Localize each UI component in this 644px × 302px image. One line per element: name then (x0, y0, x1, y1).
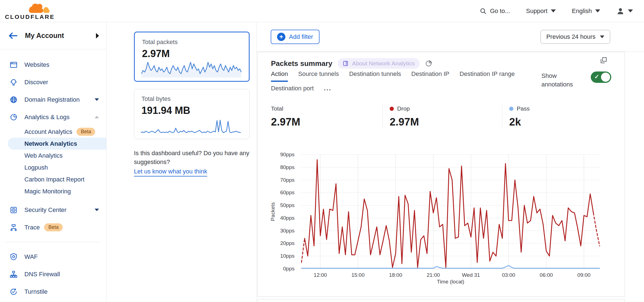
show-annotations-toggle[interactable]: ✓ (591, 71, 611, 83)
stat-label: Drop (390, 105, 502, 112)
tab-destination-port[interactable]: Destination port (271, 84, 314, 93)
back-arrow-icon[interactable] (8, 32, 18, 40)
tab-source-tunnels[interactable]: Source tunnels (298, 70, 339, 78)
card-value: 2.97M (142, 48, 242, 60)
stats-row: Total 2.97M Drop 2.97M Pass 2k (271, 105, 611, 128)
sidebar-item-waf[interactable]: WAF (0, 248, 106, 265)
tab-destination-ip-range[interactable]: Destination IP range (460, 70, 515, 78)
filter-toolbar: + Add filter Previous 24 hours (257, 22, 644, 52)
cloudflare-logo[interactable]: CLOUDFLARE (5, 2, 53, 20)
cloudflare-cloud-icon (25, 2, 52, 14)
panel-title: Packets summary (271, 59, 332, 68)
sidebar-item-domain-registration[interactable]: Domain Registration (0, 91, 106, 108)
sidebar-subitem-magic-monitoring[interactable]: Magic Monitoring (0, 185, 106, 197)
support-menu[interactable]: Support (526, 7, 556, 15)
chevron-down-icon (595, 9, 600, 12)
stat-label: Pass (509, 105, 611, 112)
goto-label: Go to... (490, 7, 510, 15)
sidebar-subitem-network-analytics[interactable]: Network Analytics (8, 138, 106, 150)
sidebar-item-security-center[interactable]: Security Center (0, 201, 106, 219)
panel-header: Packets summary About Network Analytics (271, 58, 432, 69)
sidebar-subitem-label: Logpush (24, 164, 48, 171)
dimension-tabs: Action Source tunnels Destination tunnel… (271, 70, 548, 93)
x-axis-title: Time (local) (301, 279, 600, 285)
chevron-up-icon (95, 116, 99, 118)
add-filter-button[interactable]: + Add filter (271, 30, 320, 44)
sidebar-item-turnstile[interactable]: Turnstile (0, 283, 106, 300)
show-annotations-label: Show annotations (541, 71, 580, 89)
sidebar-subitem-logpush[interactable]: Logpush (0, 162, 106, 173)
language-menu[interactable]: English (572, 7, 600, 15)
beta-badge: Beta (77, 128, 95, 136)
total-packets-sparkline (141, 60, 241, 78)
book-icon (343, 60, 349, 66)
stat-total: Total 2.97M (271, 105, 382, 128)
vault-icon (9, 206, 18, 214)
sidebar-item-label: WAF (24, 253, 38, 260)
pie-chart-toggle-icon[interactable] (425, 60, 432, 67)
total-bytes-card[interactable]: Total bytes 191.94 MB (134, 89, 250, 139)
user-icon (616, 7, 625, 15)
tab-destination-tunnels[interactable]: Destination tunnels (349, 70, 401, 78)
annotations-control: Show annotations ✓ (541, 71, 611, 89)
chevron-right-icon[interactable] (96, 33, 99, 39)
sidebar-subitem-account-analytics[interactable]: Account Analytics Beta (0, 126, 106, 138)
trace-tree-icon (9, 223, 18, 232)
sidebar-item-label: Discover (24, 79, 48, 86)
more-tabs-button[interactable]: ... (324, 84, 331, 93)
about-network-analytics-badge[interactable]: About Network Analytics (338, 58, 419, 69)
y-axis-ticks: 0pps10pps20pps30pps40pps50pps60pps70pps8… (258, 155, 297, 269)
sidebar-subitem-label: Carbon Impact Report (24, 176, 84, 183)
badge-label: About Network Analytics (352, 60, 415, 67)
top-bar: CLOUDFLARE Go to... Support English (0, 0, 644, 22)
sidebar-item-analytics-logs[interactable]: Analytics & Logs (0, 108, 106, 126)
chevron-down-icon (600, 35, 604, 38)
sidebar-subitem-label: Web Analytics (24, 152, 63, 159)
account-title: My Account (25, 32, 64, 40)
sidebar-item-dns-firewall[interactable]: DNS Firewall (0, 265, 106, 283)
sidebar-subitem-carbon-impact-report[interactable]: Carbon Impact Report (0, 173, 106, 185)
time-range-dropdown[interactable]: Previous 24 hours (541, 30, 610, 44)
sidebar-subitem-label: Network Analytics (24, 140, 77, 147)
stat-pass: Pass 2k (502, 105, 611, 128)
packets-summary-panel: Packets summary About Network Analytics (257, 52, 625, 297)
check-icon: ✓ (594, 73, 599, 80)
sidebar-item-trace[interactable]: Trace Beta (0, 219, 106, 236)
globe-icon (9, 96, 18, 104)
goto-search[interactable]: Go to... (480, 7, 510, 15)
sidebar-item-label: DNS Firewall (24, 271, 60, 278)
stat-label: Total (271, 105, 382, 112)
stat-value: 2.97M (271, 116, 382, 128)
sidebar-item-websites[interactable]: Websites (0, 56, 106, 73)
account-menu[interactable] (616, 7, 633, 15)
search-icon (480, 7, 487, 15)
plus-icon: + (277, 33, 285, 41)
tab-action[interactable]: Action (271, 70, 288, 78)
stat-value: 2k (509, 116, 611, 128)
sidebar-subitem-label: Account Analytics (24, 128, 72, 135)
total-bytes-sparkline (141, 118, 241, 135)
main-content: + Add filter Previous 24 hours Packets s… (257, 22, 644, 302)
sidebar-subitem-web-analytics[interactable]: Web Analytics (0, 150, 106, 162)
chevron-down-icon (551, 9, 556, 12)
brand-text: CLOUDFLARE (5, 14, 53, 20)
browser-window-icon (9, 61, 18, 69)
card-value: 191.94 MB (141, 105, 242, 116)
expand-panel-icon[interactable] (600, 57, 607, 64)
account-header[interactable]: My Account (0, 22, 106, 49)
sidebar-item-label: Turnstile (24, 288, 48, 295)
add-filter-label: Add filter (289, 33, 313, 40)
sidebar-nav: Websites Discover Doma (0, 49, 106, 302)
sidebar-item-discover[interactable]: Discover (0, 73, 106, 91)
cloudflare-dashboard: CLOUDFLARE Go to... Support English (0, 0, 644, 302)
line-chart-svg (301, 155, 600, 269)
tab-destination-ip[interactable]: Destination IP (411, 70, 449, 78)
sidebar: My Account Websites (0, 22, 107, 302)
drop-legend-dot (390, 107, 394, 111)
total-packets-card[interactable]: Total packets 2.97M (134, 32, 250, 82)
next-panel-edge (257, 299, 625, 302)
sidebar-subitem-label: Magic Monitoring (24, 188, 71, 195)
sidebar-divider (6, 242, 101, 242)
card-title: Total bytes (141, 95, 242, 103)
feedback-link[interactable]: Let us know what you think (134, 167, 207, 176)
